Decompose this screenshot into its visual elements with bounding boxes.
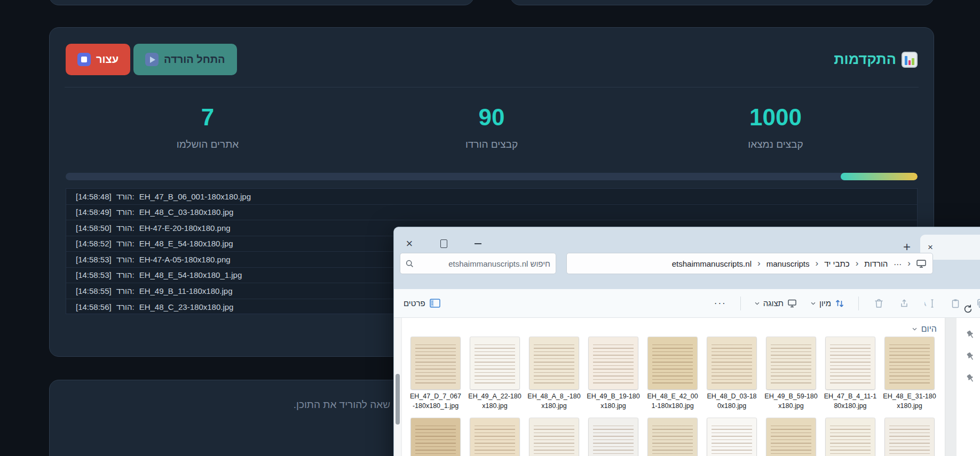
file-thumbnail (766, 418, 816, 456)
log-entry: [14:58:49] הורד: EH_48_C_03-180x180.jpg (66, 205, 917, 221)
chevron-down-icon (811, 302, 816, 305)
breadcrumb-chevron: ‹ (907, 258, 911, 269)
navigation-pane (957, 318, 980, 456)
window-controls: × (401, 235, 486, 253)
progress-card-header: התקדמות עצור התחל הורדה (66, 44, 918, 75)
log-timestamp: [14:58:53] (76, 270, 112, 279)
details-pane-button[interactable]: פרטים (404, 299, 440, 308)
pinned-item[interactable] (957, 345, 980, 367)
log-action: הורד: (116, 270, 135, 279)
pinned-item[interactable] (957, 367, 980, 389)
file-item[interactable] (824, 418, 877, 456)
file-item[interactable] (764, 418, 818, 456)
share-icon[interactable] (898, 298, 910, 309)
file-item[interactable]: EH_48_E_31-180x180.jpg (883, 337, 936, 411)
stats-row: 1000 קבצים נמצאו 90 קבצים הורדו 7 אתרים … (66, 106, 918, 150)
log-filename: EH_48_C_03-180x180.jpg (139, 207, 234, 217)
top-card-right (510, 0, 934, 5)
breadcrumb: ‹ ··· ‹ הורדות ‹ כתבי יד ‹ manuscripts (566, 253, 933, 274)
sort-arrows-icon (835, 299, 844, 308)
file-item[interactable]: EH_49_B_19-180x180.jpg (587, 337, 640, 411)
sort-button[interactable]: מיון (811, 299, 844, 308)
breadcrumb-ellipsis[interactable]: ··· (894, 259, 902, 268)
minimize-window-icon[interactable] (470, 236, 486, 252)
file-explorer-window: × + × et חיפוש etshaimmanuscripts.nl ‹ ·… (393, 227, 980, 456)
view-button[interactable]: תצוגה (755, 299, 797, 308)
close-window-icon[interactable]: × (401, 236, 417, 252)
explorer-content: היום EH_47_D_7_067-180x180_1.jpg EH_49_A… (394, 318, 980, 456)
file-item[interactable]: EH_47_D_7_067-180x180_1.jpg (409, 337, 462, 411)
copy-icon[interactable] (975, 298, 980, 309)
log-timestamp: [14:58:49] (76, 207, 112, 217)
file-name: EH_49_B_59-180x180.jpg (764, 391, 818, 411)
log-timestamp: [14:58:55] (76, 286, 112, 295)
log-action: הורד: (116, 239, 135, 248)
stop-icon (77, 53, 91, 66)
paste-icon[interactable] (950, 298, 961, 309)
stat-value: 1000 (634, 106, 918, 129)
file-thumbnail (411, 337, 460, 389)
log-action: הורד: (116, 207, 135, 217)
file-thumbnail (707, 418, 756, 456)
breadcrumb-item[interactable]: כתבי יד (824, 259, 849, 268)
file-item[interactable]: EH_48_D_03-180x180.jpg (705, 337, 758, 411)
start-download-button[interactable]: התחל הורדה (133, 44, 237, 75)
file-item[interactable] (705, 418, 758, 456)
file-item[interactable] (646, 418, 699, 456)
file-item[interactable]: EH_49_B_59-180x180.jpg (764, 337, 818, 411)
breadcrumb-item[interactable]: הורדות (864, 259, 888, 268)
maximize-window-icon[interactable] (436, 236, 452, 252)
toolbar-separator (858, 297, 859, 310)
vertical-scrollbar[interactable] (394, 318, 402, 456)
file-item[interactable]: EH_47_B_4_11-180x180.jpg (824, 337, 877, 411)
group-header-today[interactable]: היום (409, 324, 937, 334)
file-name: EH_47_B_4_11-180x180.jpg (824, 391, 877, 411)
play-icon (145, 53, 159, 66)
stat-item: 1000 קבצים נמצאו (634, 106, 918, 150)
log-filename: EH_47_B_06_001-180x180.jpg (139, 192, 251, 201)
breadcrumb-chevron: ‹ (757, 258, 761, 269)
file-item[interactable]: EH_48_E_42_001-180x180.jpg (646, 337, 699, 411)
breadcrumb-chevron: ‹ (856, 258, 859, 269)
log-action: הורד: (116, 286, 135, 295)
toolbar-more-button[interactable]: ··· (714, 298, 726, 309)
scrollbar-thumb[interactable] (396, 374, 400, 425)
file-item[interactable] (409, 418, 462, 456)
rename-icon[interactable]: A (924, 298, 936, 309)
breadcrumb-item[interactable]: manuscripts (766, 259, 810, 268)
file-name: EH_49_B_19-180x180.jpg (587, 391, 640, 411)
breadcrumb-item[interactable]: etshaimmanuscripts.nl (672, 259, 752, 268)
file-item[interactable] (883, 418, 936, 456)
file-item[interactable] (468, 418, 521, 456)
svg-text:A: A (924, 300, 927, 307)
progress-bar-fill (841, 173, 918, 180)
refresh-icon[interactable] (963, 304, 973, 316)
delete-icon[interactable] (873, 298, 884, 309)
pane-splitter[interactable] (945, 318, 957, 456)
file-thumbnail (589, 418, 638, 456)
file-thumbnail (589, 337, 638, 389)
bottom-card-text: שאה להוריד את התוכן. (294, 399, 390, 411)
file-item[interactable]: EH_49_A_22-180x180.jpg (468, 337, 521, 411)
log-action: הורד: (116, 302, 135, 311)
pinned-item[interactable] (957, 323, 980, 345)
details-pane-icon (430, 299, 440, 308)
file-name: EH_49_A_22-180x180.jpg (468, 391, 521, 411)
close-tab-icon[interactable]: × (928, 242, 933, 253)
search-input[interactable]: חיפוש etshaimmanuscripts.nl (418, 259, 550, 268)
log-filename: EH_49_B_11-180x180.jpg (139, 286, 233, 295)
search-icon (406, 260, 414, 268)
this-pc-monitor-icon (916, 260, 926, 268)
log-timestamp: [14:58:53] (76, 255, 112, 264)
file-thumbnail (766, 337, 816, 389)
file-item[interactable]: EH_48_A_8_-180x180.jpg (527, 337, 581, 411)
search-box[interactable]: חיפוש etshaimmanuscripts.nl (400, 253, 556, 274)
stop-download-button[interactable]: עצור (66, 44, 130, 75)
screen: התקדמות עצור התחל הורדה 1000 קבצים נמצאו (0, 0, 980, 456)
divider (65, 87, 919, 87)
bar-chart-icon (902, 52, 918, 68)
log-filename: EH-47-E-20-180x180.png (139, 223, 231, 233)
file-grid-row1: EH_47_D_7_067-180x180_1.jpg EH_49_A_22-1… (409, 337, 938, 411)
file-item[interactable] (587, 418, 640, 456)
file-item[interactable] (527, 418, 581, 456)
